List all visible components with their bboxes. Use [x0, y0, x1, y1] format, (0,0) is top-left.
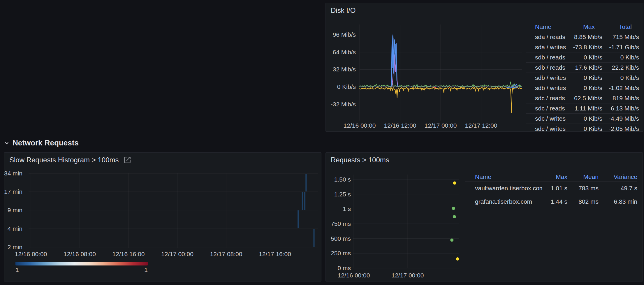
y-axis-tick-label: 17 min: [4, 188, 22, 195]
heatmap-cell: [314, 229, 315, 247]
x-axis-tick-label: 12/16 00:00: [344, 122, 376, 129]
chevron-down-icon: [3, 140, 10, 146]
legend-cell-name: sda / writes: [535, 44, 568, 51]
y-axis-tick-label: 0 Kib/s: [337, 83, 356, 90]
panel-requests: Requests > 100ms 1.50 s1.25 s1 s750 ms50…: [325, 152, 643, 282]
panel-title-requests[interactable]: Requests > 100ms: [331, 156, 389, 164]
legend-divider: [465, 208, 637, 208]
legend-cell-max: 17.6 Kib/s: [568, 64, 602, 71]
heatmap-color-scale: [15, 262, 148, 265]
x-axis-tick-label: 12/17 12:00: [465, 122, 497, 129]
legend-cell-total: -4.49 Mib/s: [602, 115, 639, 122]
legend-cell-variance: 49.7 s: [599, 185, 637, 192]
requests-chart[interactable]: 1.50 s1.25 s1 s750 ms500 ms250 ms0 ms12/…: [326, 153, 643, 281]
legend-cell-name: sdc / reads: [535, 105, 568, 112]
panel-disk-io: Disk I/O 96 Mib/s64 Mib/s32 Mib/s0 Kib/s…: [325, 3, 643, 132]
legend-cell-max: 62.5 Mib/s: [568, 95, 602, 102]
section-title: Network Requests: [13, 138, 79, 147]
y-axis-tick-label: 750 ms: [331, 220, 351, 227]
legend-cell-mean: 802 ms: [567, 198, 599, 205]
legend-cell-total: -1.02 Mib/s: [602, 85, 639, 92]
legend-row[interactable]: sdb / reads17.6 Kib/s22.2 Kib/s: [526, 62, 639, 73]
legend-header-name[interactable]: Name: [475, 173, 542, 180]
legend-cell-total: 0 Kib/s: [602, 54, 639, 61]
requests-legend-table: NameMaxMeanVariancevaultwarden.tiserbox.…: [465, 173, 637, 208]
legend-cell-max: 0 Kib/s: [568, 74, 602, 81]
x-axis-tick-label: 12/16 08:00: [64, 251, 96, 257]
legend-header-row: NameMaxTotal: [526, 22, 639, 32]
legend-cell-name: sdb / reads: [535, 64, 568, 71]
y-axis-tick-label: 0 ms: [337, 265, 351, 271]
legend-row[interactable]: sda / reads8.85 Mib/s715 Mib/s: [526, 32, 639, 42]
legend-cell-name: sdc / writes: [535, 125, 568, 132]
legend-cell-name: vaultwarden.tiserbox.com: [475, 185, 542, 192]
external-link-icon[interactable]: [124, 156, 131, 164]
legend-row[interactable]: sda / writes-73.8 Kib/s-1.71 Gib/s: [526, 42, 639, 52]
scatter-point: [453, 215, 456, 218]
legend-cell-name: sdc / writes: [535, 115, 568, 122]
legend-row[interactable]: sdc / writes0 Kib/s-4.49 Mib/s: [526, 113, 639, 124]
legend-row[interactable]: sdc / reads62.5 Mib/s819 Mib/s: [526, 93, 639, 103]
disk-legend-table: NameMaxTotalsda / reads8.85 Mib/s715 Mib…: [526, 22, 639, 132]
panel-title-text: Slow Requests Histogram > 100ms: [9, 156, 119, 164]
y-axis-tick-label: 96 Mib/s: [333, 31, 356, 38]
x-axis-tick-label: 12/17 00:00: [425, 122, 457, 129]
legend-header-max[interactable]: Max: [542, 173, 567, 180]
legend-header-name[interactable]: Name: [535, 23, 568, 30]
legend-cell-max: 1.01 s: [542, 185, 567, 192]
legend-cell-total: 715 Mib/s: [602, 34, 639, 41]
legend-cell-total: -2.05 Mib/s: [602, 125, 639, 132]
legend-cell-max: 1.11 Mib/s: [568, 105, 602, 112]
y-axis-tick-label: 500 ms: [331, 235, 351, 242]
legend-cell-max: 0 Kib/s: [568, 125, 602, 132]
scatter-point: [453, 182, 456, 185]
panel-slow-requests-histogram: Slow Requests Histogram > 100ms 34 min17…: [4, 152, 321, 282]
legend-row[interactable]: sdc / writes0 Kib/s-2.05 Mib/s: [526, 124, 639, 132]
section-network-requests[interactable]: Network Requests: [3, 138, 79, 147]
legend-cell-total: -1.71 Gib/s: [602, 44, 639, 51]
legend-cell-max: 0 Kib/s: [568, 85, 602, 92]
legend-header-total[interactable]: Total: [602, 23, 639, 30]
y-axis-tick-label: 2 min: [8, 244, 22, 250]
legend-row[interactable]: vaultwarden.tiserbox.com1.01 s783 ms49.7…: [465, 181, 637, 195]
y-axis-tick-label: 9 min: [8, 207, 22, 213]
legend-row[interactable]: sdb / writes0 Kib/s-1.02 Mib/s: [526, 83, 639, 93]
legend-header-max[interactable]: Max: [568, 23, 602, 30]
legend-row[interactable]: sdb / reads0 Kib/s0 Kib/s: [526, 52, 639, 62]
x-axis-tick-label: 12/16 00:00: [15, 251, 47, 257]
x-axis-tick-label: 12/16 16:00: [112, 251, 145, 257]
y-axis-tick-label: 1.25 s: [334, 191, 351, 198]
color-scale-min-label: 1: [15, 266, 19, 273]
y-axis-tick-label: 1 s: [343, 205, 351, 212]
heatmap-cell: [304, 192, 305, 210]
scatter-point: [452, 207, 455, 210]
legend-cell-max: 1.44 s: [542, 198, 567, 205]
legend-header-mean[interactable]: Mean: [567, 173, 599, 180]
x-axis-tick-label: 12/16 12:00: [384, 122, 416, 129]
legend-cell-max: -73.8 Kib/s: [568, 44, 602, 51]
legend-header-variance[interactable]: Variance: [599, 173, 637, 180]
legend-row[interactable]: grafana.tiserbox.com1.44 s802 ms6.83 min: [465, 195, 637, 208]
legend-cell-name: sdc / reads: [535, 95, 568, 102]
y-axis-tick-label: 250 ms: [331, 250, 351, 256]
scatter-point: [450, 238, 453, 242]
legend-cell-variance: 6.83 min: [599, 198, 637, 205]
legend-cell-name: sdb / writes: [535, 85, 568, 92]
legend-cell-max: 0 Kib/s: [568, 115, 602, 122]
legend-row[interactable]: sdc / reads1.11 Mib/s6.13 Mib/s: [526, 103, 639, 113]
scatter-point: [456, 257, 459, 261]
panel-title-histogram[interactable]: Slow Requests Histogram > 100ms: [9, 156, 131, 164]
x-axis-tick-label: 12/17 00:00: [392, 272, 424, 279]
heatmap-cell: [302, 192, 303, 210]
legend-row[interactable]: sdb / writes0 Kib/s0 Kib/s: [526, 73, 639, 83]
x-axis-tick-label: 12/17 08:00: [210, 251, 242, 257]
color-scale-max-label: 1: [138, 266, 148, 273]
legend-cell-max: 8.85 Mib/s: [568, 34, 602, 41]
legend-cell-name: sdb / writes: [535, 74, 568, 81]
legend-cell-total: 22.2 Kib/s: [602, 64, 639, 71]
legend-header-row: NameMaxMeanVariance: [465, 173, 637, 181]
series-line: [390, 35, 518, 87]
legend-cell-mean: 783 ms: [567, 185, 599, 192]
panel-title-disk-io[interactable]: Disk I/O: [331, 6, 356, 15]
x-axis-tick-label: 12/17 16:00: [259, 251, 291, 257]
